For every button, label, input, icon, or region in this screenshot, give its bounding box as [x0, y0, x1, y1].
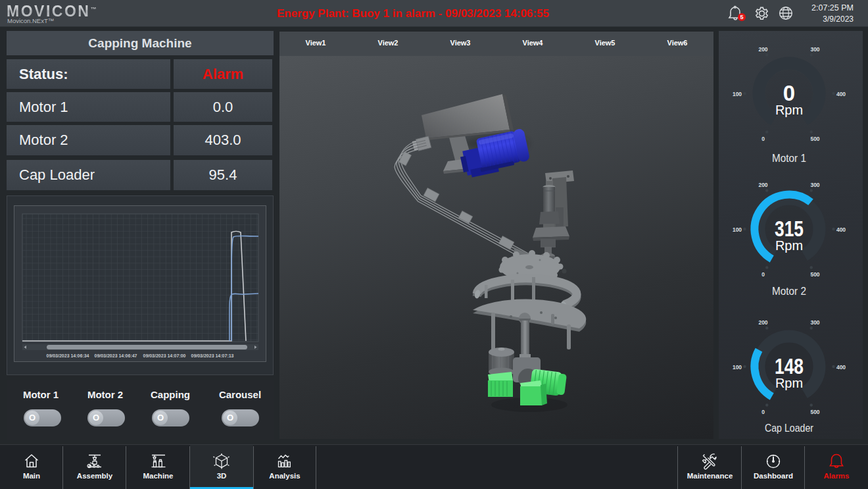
svg-text:0: 0 — [761, 409, 765, 415]
svg-text:100: 100 — [733, 364, 742, 371]
svg-text:400: 400 — [836, 364, 846, 371]
svg-text:100: 100 — [733, 226, 742, 233]
svg-text:0: 0 — [761, 136, 765, 142]
svg-text:Rpm: Rpm — [775, 103, 803, 117]
svg-text:09/03/2023 14:06:34: 09/03/2023 14:06:34 — [47, 353, 89, 358]
svg-text:09/03/2023 14:07:00: 09/03/2023 14:07:00 — [143, 353, 186, 358]
svg-text:200: 200 — [758, 46, 767, 53]
svg-text:400: 400 — [836, 91, 846, 97]
svg-text:300: 300 — [810, 182, 819, 188]
svg-text:200: 200 — [758, 182, 767, 188]
svg-text:300: 300 — [810, 319, 819, 326]
svg-text:100: 100 — [733, 91, 742, 97]
svg-text:0: 0 — [783, 81, 795, 105]
svg-text:09/03/2023 14:07:13: 09/03/2023 14:07:13 — [191, 353, 234, 358]
svg-text:500: 500 — [810, 136, 819, 142]
svg-text:200: 200 — [758, 319, 767, 326]
svg-text:Rpm: Rpm — [775, 238, 803, 253]
svg-text:Cap Loader: Cap Loader — [765, 422, 813, 434]
svg-text:400: 400 — [836, 226, 846, 233]
svg-text:Motor 1: Motor 1 — [772, 152, 806, 165]
svg-text:500: 500 — [810, 409, 819, 415]
svg-text:300: 300 — [810, 46, 819, 53]
svg-text:Rpm: Rpm — [775, 376, 803, 390]
svg-text:500: 500 — [810, 271, 819, 278]
svg-text:148: 148 — [775, 354, 804, 378]
svg-text:315: 315 — [775, 217, 804, 241]
svg-text:09/03/2023 14:06:47: 09/03/2023 14:06:47 — [95, 353, 137, 358]
svg-text:Motor 2: Motor 2 — [772, 285, 806, 297]
svg-text:0: 0 — [761, 271, 765, 278]
